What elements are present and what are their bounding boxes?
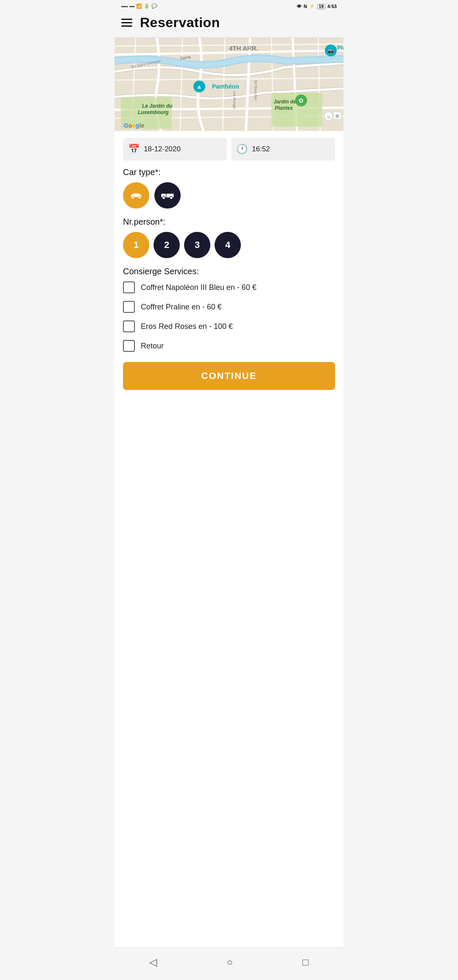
- svg-text:Panthéon: Panthéon: [212, 83, 239, 90]
- svg-point-30: [170, 196, 173, 199]
- svg-text:Bd Bourdon: Bd Bourdon: [254, 80, 258, 100]
- svg-text:4TH ARR.: 4TH ARR.: [229, 45, 258, 52]
- battery-percent: 19: [317, 4, 325, 9]
- status-right: 👁 N ⚡ 19 4:53: [297, 3, 337, 9]
- service-praline-checkbox[interactable]: [123, 301, 135, 313]
- service-roses-label: Eros Red Roses en - 100 €: [141, 322, 233, 331]
- date-value: 18-12-2020: [144, 145, 181, 153]
- svg-point-29: [162, 196, 165, 199]
- retour-checkbox[interactable]: [123, 340, 135, 352]
- svg-text:⊞: ⊞: [335, 114, 339, 118]
- calendar-icon: 📅: [128, 144, 140, 155]
- menu-button[interactable]: [121, 19, 132, 27]
- status-left: ▪▪▪▪ ▪▪▪ 📶 🔋 💬: [121, 3, 157, 9]
- wifi-icon: 📶: [136, 3, 142, 9]
- clock-time: 4:53: [327, 4, 337, 9]
- svg-text:rue Monge: rue Monge: [232, 91, 237, 109]
- person-options: 1 2 3 4: [123, 232, 335, 258]
- map-svg: Le Jardin du Luxembourg Jardin des Plant…: [114, 38, 344, 131]
- battery-icon: 🔋: [144, 3, 150, 9]
- retour-label: Retour: [141, 342, 164, 351]
- service-roses-item[interactable]: Eros Red Roses en - 100 €: [123, 320, 335, 332]
- service-napoleon-checkbox[interactable]: [123, 281, 135, 293]
- svg-text:Luxembourg: Luxembourg: [138, 109, 169, 115]
- svg-text:Google: Google: [124, 122, 144, 129]
- car-type-options: [123, 182, 335, 209]
- status-bar: ▪▪▪▪ ▪▪▪ 📶 🔋 💬 👁 N ⚡ 19 4:53: [114, 0, 344, 11]
- car-sedan-button[interactable]: [123, 182, 149, 209]
- retour-section: Retour: [123, 340, 335, 352]
- svg-text:☺: ☺: [327, 114, 331, 119]
- svg-text:📷: 📷: [328, 48, 334, 54]
- datetime-row: 📅 18-12-2020 🕐 16:52: [123, 138, 335, 161]
- service-roses-checkbox[interactable]: [123, 320, 135, 332]
- svg-text:✿: ✿: [299, 97, 304, 104]
- person-2-button[interactable]: 2: [154, 232, 180, 258]
- car-van-button[interactable]: [154, 182, 181, 209]
- page-title: Reservation: [140, 15, 220, 31]
- signal2-icon: ▪▪▪: [130, 4, 135, 9]
- svg-point-26: [138, 196, 141, 199]
- svg-text:Le Jardin du: Le Jardin du: [142, 103, 173, 109]
- signal-icon: ▪▪▪▪: [121, 4, 128, 9]
- concierge-services-label: Consierge Services:: [123, 267, 335, 276]
- concierge-services-section: Consierge Services: Coffret Napoléon III…: [123, 267, 335, 332]
- svg-text:Plantes: Plantes: [275, 105, 293, 111]
- eye-icon: 👁: [297, 4, 302, 9]
- service-napoleon-item[interactable]: Coffret Napoléon III Bleu en - 60 €: [123, 281, 335, 293]
- app-header: Reservation: [114, 11, 344, 38]
- continue-button[interactable]: CONTINUE: [123, 362, 335, 390]
- bluetooth-icon: ⚡: [309, 3, 315, 9]
- nfc-icon: N: [304, 4, 307, 9]
- nr-person-label: Nr.person*:: [123, 217, 335, 227]
- svg-point-25: [131, 196, 134, 199]
- home-nav-button[interactable]: ○: [218, 953, 241, 972]
- car-type-label: Car type*:: [123, 167, 335, 177]
- svg-text:Place: Place: [337, 45, 344, 51]
- person-3-button[interactable]: 3: [184, 232, 210, 258]
- back-nav-button[interactable]: ◁: [141, 953, 165, 972]
- car-type-section: Car type*:: [123, 167, 335, 209]
- main-content: 📅 18-12-2020 🕐 16:52 Car type*:: [114, 131, 344, 947]
- map-view[interactable]: Le Jardin du Luxembourg Jardin des Plant…: [114, 38, 344, 131]
- service-praline-item[interactable]: Coffret Praline en - 60 €: [123, 301, 335, 313]
- person-4-button[interactable]: 4: [215, 232, 241, 258]
- time-value: 16:52: [252, 145, 270, 153]
- date-field[interactable]: 📅 18-12-2020: [123, 138, 227, 161]
- service-praline-label: Coffret Praline en - 60 €: [141, 303, 222, 312]
- recent-nav-button[interactable]: □: [294, 953, 317, 972]
- retour-item[interactable]: Retour: [123, 340, 335, 352]
- whatsapp-icon: 💬: [151, 3, 157, 9]
- time-field[interactable]: 🕐 16:52: [231, 138, 335, 161]
- service-napoleon-label: Coffret Napoléon III Bleu en - 60 €: [141, 283, 257, 292]
- person-section: Nr.person*: 1 2 3 4: [123, 217, 335, 258]
- svg-text:▲: ▲: [196, 83, 202, 90]
- clock-icon: 🕐: [236, 144, 248, 155]
- bottom-nav: ◁ ○ □: [114, 947, 344, 980]
- person-1-button[interactable]: 1: [123, 232, 149, 258]
